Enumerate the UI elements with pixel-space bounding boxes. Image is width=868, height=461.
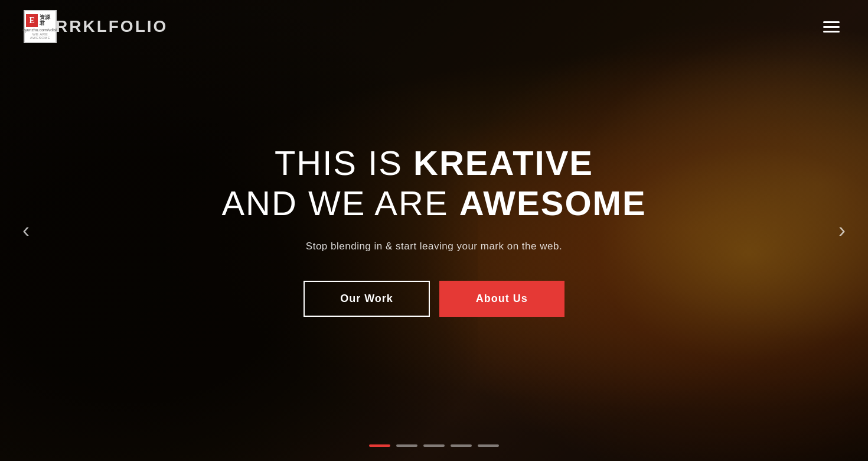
slide-indicators bbox=[369, 444, 499, 447]
hamburger-line-1 bbox=[823, 21, 840, 23]
header: E 资源君 eyunzhu.com/vdisk WE ARE AWESOME R… bbox=[0, 0, 868, 53]
hero-buttons: Our Work About Us bbox=[221, 281, 646, 317]
logo-badge-top: E 资源君 bbox=[26, 14, 54, 27]
hero-subtitle: Stop blending in & start leaving your ma… bbox=[221, 241, 646, 252]
logo-e-letter: E bbox=[26, 14, 38, 27]
logo-area: E 资源君 eyunzhu.com/vdisk WE ARE AWESOME R… bbox=[24, 10, 168, 43]
indicator-4[interactable] bbox=[451, 444, 472, 447]
headline-normal-2: AND WE ARE bbox=[221, 184, 459, 222]
logo-text: RRKLFOLIO bbox=[56, 17, 168, 36]
headline-bold-2: AWESOME bbox=[459, 184, 647, 222]
slider-prev-button[interactable]: ‹ bbox=[12, 212, 40, 249]
indicator-1[interactable] bbox=[369, 444, 390, 447]
headline-line-1: THIS IS KREATIVE bbox=[221, 144, 646, 182]
hamburger-line-3 bbox=[823, 31, 840, 33]
hero-content: THIS IS KREATIVE AND WE ARE AWESOME Stop… bbox=[221, 144, 646, 317]
logo-cn-text: 资源君 bbox=[40, 15, 54, 27]
about-us-button[interactable]: About Us bbox=[439, 281, 564, 317]
slider-next-button[interactable]: › bbox=[828, 212, 856, 249]
indicator-5[interactable] bbox=[478, 444, 499, 447]
headline-bold-1: KREATIVE bbox=[413, 144, 593, 182]
indicator-3[interactable] bbox=[423, 444, 445, 447]
headline-normal-1: THIS IS bbox=[275, 144, 413, 182]
logo-url-text: eyunzhu.com/vdisk bbox=[22, 28, 58, 32]
logo-sub-text: WE ARE AWESOME bbox=[26, 33, 54, 40]
hamburger-line-2 bbox=[823, 26, 840, 28]
hamburger-menu-button[interactable] bbox=[818, 17, 844, 37]
our-work-button[interactable]: Our Work bbox=[304, 281, 430, 317]
headline-line-2: AND WE ARE AWESOME bbox=[221, 184, 646, 222]
hero-section: E 资源君 eyunzhu.com/vdisk WE ARE AWESOME R… bbox=[0, 0, 868, 461]
indicator-2[interactable] bbox=[396, 444, 417, 447]
logo-badge: E 资源君 eyunzhu.com/vdisk WE ARE AWESOME bbox=[24, 10, 57, 43]
